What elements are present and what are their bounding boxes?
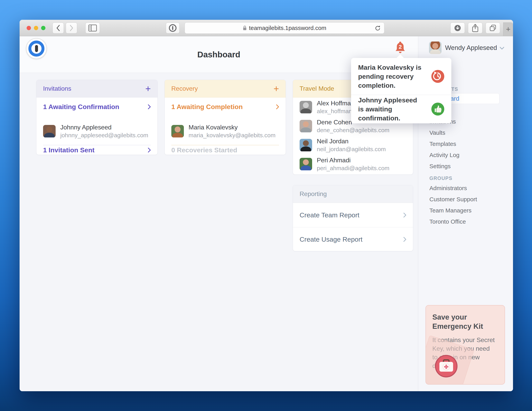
reporting-card-header: Reporting <box>293 185 413 203</box>
awaiting-completion-link[interactable]: 1 Awaiting Completion <box>165 97 286 116</box>
sidebar-groups: Administrators Customer Support Team Man… <box>429 182 477 227</box>
person-email: johnny_appleseed@agilebits.com <box>60 131 148 139</box>
avatar <box>300 120 312 132</box>
notification-item[interactable]: Maria Kovalevsky is pending recovery com… <box>351 58 451 95</box>
lock-icon <box>243 25 247 31</box>
recovery-card-title: Recovery <box>171 85 198 92</box>
onepassword-extension-button[interactable] <box>166 22 180 33</box>
travel-person-row[interactable]: Neil Jordan neil_jordan@agilebits.com <box>293 135 413 154</box>
recovery-person-row[interactable]: Maria Kovalevsky maria_kovalevsky@agileb… <box>165 116 286 145</box>
share-button[interactable] <box>468 22 483 33</box>
chevron-right-icon <box>148 148 151 153</box>
sidebar-icon <box>88 24 97 31</box>
person-email: maria_kovalevsky@agilebits.com <box>189 131 276 139</box>
notifications-popover: Maria Kovalevsky is pending recovery com… <box>351 58 451 123</box>
emergency-kit-title: Save your Emergency Kit <box>432 313 487 331</box>
sidebar-item-settings[interactable]: Settings <box>429 161 459 172</box>
new-tab-plus: + <box>506 25 511 34</box>
avatar <box>300 101 312 113</box>
sidebar-item-team-managers[interactable]: Team Managers <box>429 205 477 216</box>
chevron-down-icon <box>500 47 504 50</box>
person-name: Peri Ahmadi <box>317 156 390 164</box>
account-menu[interactable]: Wendy Appleseed <box>429 41 504 54</box>
recoveries-started-row: 0 Recoveries Started <box>165 145 286 155</box>
sidebar-nav: Invitations Vaults Templates Activity Lo… <box>429 116 459 172</box>
chevron-right-icon <box>403 237 406 242</box>
person-email: peri_ahmadi@agilebits.com <box>317 164 390 172</box>
back-icon <box>56 25 60 31</box>
create-usage-report-link[interactable]: Create Usage Report <box>293 227 413 251</box>
recovery-card-header: Recovery + <box>165 80 286 97</box>
forward-icon <box>69 25 73 31</box>
sidebar-item-toronto-office[interactable]: Toronto Office <box>429 216 477 227</box>
bell-icon: 2 <box>395 41 405 54</box>
share-icon <box>472 23 479 32</box>
add-recovery-button[interactable]: + <box>274 84 279 93</box>
minimize-window-button[interactable] <box>34 26 38 30</box>
person-name: Maria Kovalevsky <box>189 123 276 131</box>
sidebar-toggle-button[interactable] <box>85 22 100 33</box>
awaiting-confirmation-link[interactable]: 1 Awaiting Confirmation <box>37 97 157 116</box>
person-email: neil_jordan@agilebits.com <box>317 145 386 153</box>
sidebar-item-customer-support[interactable]: Customer Support <box>429 194 477 205</box>
sidebar-item-templates[interactable]: Templates <box>429 138 459 149</box>
browser-window: teamagilebits.1password.com <box>19 20 513 391</box>
travel-person-row[interactable]: Peri Ahmadi peri_ahmadi@agilebits.com <box>293 154 413 173</box>
page-content: Dashboard 2 Invitations + 1 Awaiting Con… <box>19 36 513 391</box>
emergency-kit-card[interactable]: Save your Emergency Kit It contains your… <box>426 305 505 384</box>
zoom-window-button[interactable] <box>41 26 45 30</box>
avatar <box>43 125 56 137</box>
thumbs-up-icon <box>431 103 444 115</box>
invitation-person-row[interactable]: Johnny Appleseed johnny_appleseed@agileb… <box>37 116 157 145</box>
create-team-report-link[interactable]: Create Team Report <box>293 203 413 227</box>
new-tab-button[interactable]: + <box>503 22 513 36</box>
tab-overview-button[interactable] <box>485 22 500 33</box>
recovery-icon <box>431 70 444 83</box>
chevron-right-icon <box>403 213 406 218</box>
reload-button[interactable] <box>374 25 381 32</box>
notification-item[interactable]: Johnny Appleseed is awaiting confirmatio… <box>351 95 451 123</box>
travel-mode-card-title: Travel Mode <box>300 85 334 92</box>
reporting-card-title: Reporting <box>300 190 327 198</box>
person-email: dene_cohen@agilebits.com <box>317 126 390 134</box>
invitations-card-title: Invitations <box>43 85 71 92</box>
close-window-button[interactable] <box>27 26 31 30</box>
tabs-icon <box>489 24 497 32</box>
download-icon <box>454 24 461 32</box>
notifications-button[interactable]: 2 <box>395 41 405 54</box>
person-name: Neil Jordan <box>317 137 386 145</box>
notification-badge: 2 <box>399 44 402 50</box>
recovery-card: Recovery + 1 Awaiting Completion Maria K… <box>164 80 286 155</box>
sidebar-item-activity-log[interactable]: Activity Log <box>429 149 459 161</box>
downloads-button[interactable] <box>450 22 465 33</box>
sidebar-item-vaults[interactable]: Vaults <box>429 127 459 138</box>
invitations-card-header: Invitations + <box>37 80 157 97</box>
chevron-right-icon <box>148 104 151 109</box>
traffic-lights <box>27 26 45 30</box>
account-name: Wendy Appleseed <box>445 44 497 51</box>
sidebar-item-administrators[interactable]: Administrators <box>429 182 477 194</box>
person-name: Johnny Appleseed <box>60 123 148 131</box>
onepassword-extension-icon <box>168 24 177 32</box>
reporting-card: Reporting Create Team Report Create Usag… <box>293 185 413 251</box>
add-invitation-button[interactable]: + <box>145 84 151 93</box>
reload-icon <box>374 25 381 31</box>
invitations-card: Invitations + 1 Awaiting Confirmation Jo… <box>36 80 158 155</box>
back-button[interactable] <box>52 22 64 33</box>
chevron-right-icon <box>276 104 279 109</box>
first-aid-kit-icon <box>435 354 458 379</box>
avatar <box>300 158 312 170</box>
invitation-sent-link[interactable]: 1 Invitation Sent <box>37 145 157 155</box>
address-bar[interactable]: teamagilebits.1password.com <box>185 22 384 34</box>
forward-button[interactable] <box>66 22 77 33</box>
groups-section-label: GROUPS <box>429 175 452 181</box>
avatar <box>171 125 184 137</box>
avatar <box>429 41 442 54</box>
browser-titlebar: teamagilebits.1password.com <box>19 20 513 36</box>
url-text: teamagilebits.1password.com <box>249 25 326 31</box>
avatar <box>300 139 312 151</box>
